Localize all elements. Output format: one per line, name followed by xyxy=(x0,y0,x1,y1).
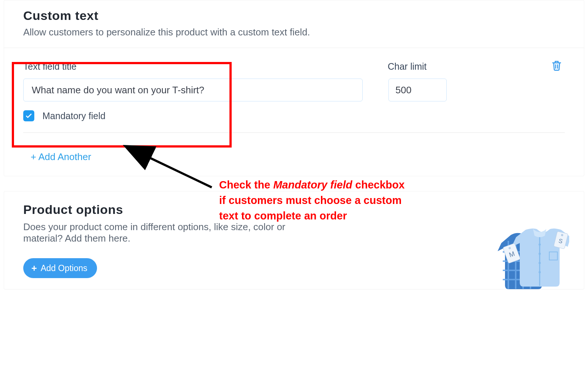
svg-point-9 xyxy=(539,243,541,246)
add-options-button-label: Add Options xyxy=(41,263,87,273)
custom-text-heading: Custom text xyxy=(23,8,565,23)
product-options-subheading: Does your product come in different opti… xyxy=(23,221,318,244)
svg-point-12 xyxy=(539,271,541,273)
delete-field-button[interactable] xyxy=(551,59,563,72)
product-options-heading: Product options xyxy=(23,202,565,217)
add-another-link[interactable]: + Add Another xyxy=(31,151,91,162)
plus-icon: + xyxy=(31,263,37,273)
custom-text-subheading: Allow customers to personalize this prod… xyxy=(23,27,565,38)
text-field-title-label: Text field title xyxy=(23,61,565,72)
shirt-illustration: M S xyxy=(495,219,569,290)
divider xyxy=(23,132,565,133)
char-limit-label: Char limit xyxy=(388,61,427,72)
char-limit-input[interactable] xyxy=(388,79,447,101)
product-options-section: Product options Does your product come i… xyxy=(4,191,584,290)
add-options-button[interactable]: + Add Options xyxy=(23,258,97,278)
check-icon xyxy=(25,113,32,118)
svg-point-11 xyxy=(539,262,541,264)
custom-text-section: Custom text Allow customers to personali… xyxy=(4,0,584,176)
mandatory-checkbox-label: Mandatory field xyxy=(42,111,106,121)
svg-point-10 xyxy=(539,253,541,255)
trash-icon xyxy=(551,59,563,72)
text-field-title-input[interactable] xyxy=(23,79,363,101)
mandatory-checkbox[interactable] xyxy=(23,110,34,121)
